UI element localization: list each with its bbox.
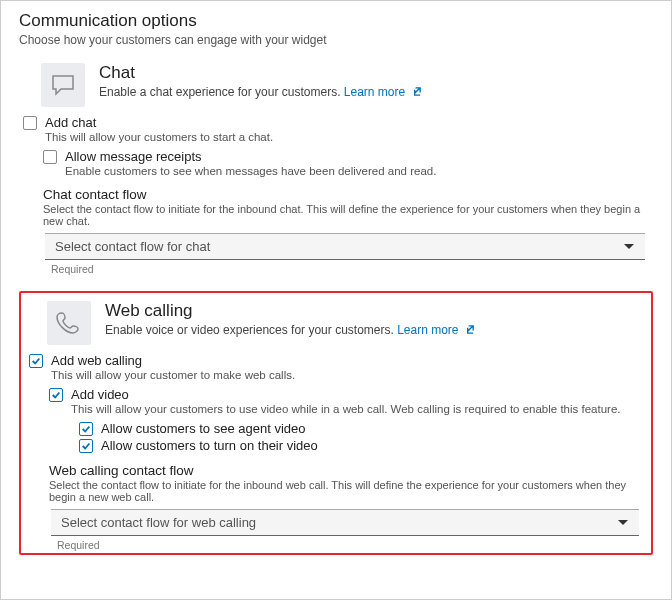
web-flow-required: Required xyxy=(57,539,647,551)
chat-flow-title: Chat contact flow xyxy=(43,187,653,202)
chat-section: Chat Enable a chat experience for your c… xyxy=(19,57,653,281)
page-subtitle: Choose how your customers can engage wit… xyxy=(19,33,653,47)
page-title: Communication options xyxy=(19,11,653,31)
add-web-calling-desc: This will allow your customer to make we… xyxy=(51,369,295,381)
add-chat-label: Add chat xyxy=(45,115,273,130)
allow-receipts-desc: Enable customers to see when messages ha… xyxy=(65,165,436,177)
chat-desc-text: Enable a chat experience for your custom… xyxy=(99,85,340,99)
chat-learn-more-link[interactable]: Learn more xyxy=(344,85,422,99)
chat-icon xyxy=(41,63,85,107)
web-learn-more-link[interactable]: Learn more xyxy=(397,323,475,337)
web-flow-select[interactable]: Select contact flow for web calling xyxy=(51,509,639,536)
web-flow-select-label: Select contact flow for web calling xyxy=(61,515,256,530)
add-chat-desc: This will allow your customers to start … xyxy=(45,131,273,143)
allow-self-video-label: Allow customers to turn on their video xyxy=(101,438,318,453)
web-flow-desc: Select the contact flow to initiate for … xyxy=(49,479,647,503)
allow-receipts-checkbox[interactable] xyxy=(43,150,57,164)
add-web-calling-label: Add web calling xyxy=(51,353,295,368)
chevron-down-icon xyxy=(617,515,629,530)
chevron-down-icon xyxy=(623,239,635,254)
chat-title: Chat xyxy=(99,63,422,83)
web-calling-desc: Enable voice or video experiences for yo… xyxy=(105,323,475,338)
chat-flow-required: Required xyxy=(51,263,653,275)
add-video-checkbox[interactable] xyxy=(49,388,63,402)
phone-icon xyxy=(47,301,91,345)
add-video-desc: This will allow your customers to use vi… xyxy=(71,403,621,415)
add-web-calling-checkbox[interactable] xyxy=(29,354,43,368)
web-calling-desc-text: Enable voice or video experiences for yo… xyxy=(105,323,394,337)
chat-flow-select-label: Select contact flow for chat xyxy=(55,239,210,254)
web-calling-highlight: Web calling Enable voice or video experi… xyxy=(19,291,653,555)
chat-flow-select[interactable]: Select contact flow for chat xyxy=(45,233,645,260)
add-video-label: Add video xyxy=(71,387,621,402)
chat-flow-desc: Select the contact flow to initiate for … xyxy=(43,203,653,227)
allow-agent-video-label: Allow customers to see agent video xyxy=(101,421,306,436)
external-link-icon xyxy=(464,324,475,338)
add-chat-checkbox[interactable] xyxy=(23,116,37,130)
web-calling-title: Web calling xyxy=(105,301,475,321)
allow-agent-video-checkbox[interactable] xyxy=(79,422,93,436)
allow-receipts-label: Allow message receipts xyxy=(65,149,436,164)
external-link-icon xyxy=(411,86,422,100)
chat-desc: Enable a chat experience for your custom… xyxy=(99,85,422,100)
allow-self-video-checkbox[interactable] xyxy=(79,439,93,453)
web-flow-title: Web calling contact flow xyxy=(49,463,647,478)
